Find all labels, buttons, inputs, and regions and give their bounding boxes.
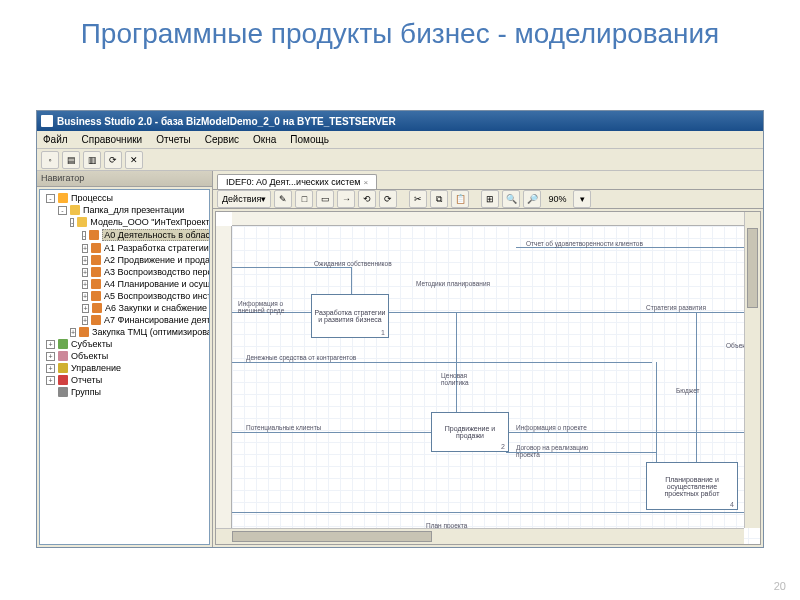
toggle-icon[interactable]: + xyxy=(46,352,55,361)
toolbar-button[interactable]: ▤ xyxy=(62,151,80,169)
scrollbar-vertical[interactable] xyxy=(744,212,760,528)
toggle-icon[interactable]: + xyxy=(46,376,55,385)
toolbar-button[interactable]: ◦ xyxy=(41,151,59,169)
arrow-label: Информация о проекте xyxy=(516,424,587,431)
arrow-label: Объек xyxy=(726,342,745,349)
activity-icon xyxy=(89,230,99,240)
navigator-header: Навигатор xyxy=(37,171,212,187)
toggle-icon[interactable]: - xyxy=(82,231,86,240)
diagram-box-3[interactable]: Планирование и осуществление проектных р… xyxy=(646,462,738,510)
toggle-icon[interactable]: - xyxy=(70,218,74,227)
process-icon xyxy=(58,193,68,203)
toolbar-button[interactable]: → xyxy=(337,190,355,208)
tree-item: +A4 Планирование и осуществл xyxy=(40,278,209,290)
tree-item: +Управление xyxy=(40,362,209,374)
tab-idef0[interactable]: IDEF0: A0 Деят...ических систем × xyxy=(217,174,377,189)
menu-help[interactable]: Помощь xyxy=(290,134,329,145)
tree-item: +A7 Финансирование деятельно xyxy=(40,314,209,326)
folder-icon xyxy=(70,205,80,215)
toggle-icon[interactable]: + xyxy=(82,316,88,325)
box-number: 2 xyxy=(501,443,505,450)
toolbar-button[interactable]: ⧉ xyxy=(430,190,448,208)
toggle-icon[interactable]: + xyxy=(46,340,55,349)
toggle-icon[interactable]: + xyxy=(82,280,88,289)
box-title: Разработка стратегии и развития бизнеса xyxy=(314,309,386,323)
arrow-label: Методики планирования xyxy=(416,280,490,287)
titlebar[interactable]: Business Studio 2.0 - база BizModelDemo_… xyxy=(37,111,763,131)
activity-icon xyxy=(91,291,101,301)
tree-item: -A0 Деятельность в области проек xyxy=(40,228,209,242)
document-toolbar: Действия ▾ ✎ □ ▭ → ⟲ ⟳ ✂ ⧉ 📋 ⊞ 🔍 🔎 90% ▾ xyxy=(213,189,763,209)
arrow-label: Бюджет xyxy=(676,387,700,394)
toolbar-button[interactable]: ⟳ xyxy=(104,151,122,169)
close-icon[interactable]: × xyxy=(364,178,369,187)
app-window: Business Studio 2.0 - база BizModelDemo_… xyxy=(36,110,764,548)
zoom-out-button[interactable]: 🔎 xyxy=(523,190,541,208)
toolbar-button[interactable]: ⟲ xyxy=(358,190,376,208)
box-title: Продвижение и продажи xyxy=(434,425,506,439)
toolbar-button[interactable]: ✕ xyxy=(125,151,143,169)
toolbar-button[interactable]: ✂ xyxy=(409,190,427,208)
folder-icon xyxy=(77,217,87,227)
arrow-label: Денежные средства от контрагентов xyxy=(246,354,356,361)
toolbar-button[interactable]: ▾ xyxy=(573,190,591,208)
toggle-icon[interactable]: + xyxy=(82,268,88,277)
zoom-value[interactable]: 90% xyxy=(544,194,570,204)
activity-icon xyxy=(91,279,101,289)
arrow-label: Потенциальные клиенты xyxy=(246,424,321,431)
window-title: Business Studio 2.0 - база BizModelDemo_… xyxy=(57,116,396,127)
toolbar-button[interactable]: ▥ xyxy=(83,151,101,169)
toggle-icon[interactable]: - xyxy=(46,194,55,203)
arrow-label: Стратегия развития xyxy=(646,304,706,311)
toggle-icon[interactable]: - xyxy=(58,206,67,215)
menu-service[interactable]: Сервис xyxy=(205,134,239,145)
ruler-vertical xyxy=(216,226,232,544)
toolbar-button[interactable]: 📋 xyxy=(451,190,469,208)
tab-label: IDEF0: A0 Деят...ических систем xyxy=(226,177,361,187)
toggle-icon[interactable]: + xyxy=(82,244,88,253)
toolbar-button[interactable]: ⟳ xyxy=(379,190,397,208)
toggle-icon[interactable]: + xyxy=(82,256,88,265)
menu-file[interactable]: Файл xyxy=(43,134,68,145)
diagram-box-2[interactable]: Продвижение и продажи 2 xyxy=(431,412,509,452)
menu-windows[interactable]: Окна xyxy=(253,134,276,145)
box-title: Планирование и осуществление проектных р… xyxy=(649,476,735,497)
diagram-canvas[interactable]: Разработка стратегии и развития бизнеса … xyxy=(215,211,761,545)
toggle-icon[interactable]: + xyxy=(70,328,76,337)
tree-item: -Процессы xyxy=(40,192,209,204)
diagram-box-1[interactable]: Разработка стратегии и развития бизнеса … xyxy=(311,294,389,338)
box-number: 1 xyxy=(381,329,385,336)
scrollbar-horizontal[interactable] xyxy=(216,528,744,544)
tree-item: +A6 Закупки и снабжение xyxy=(40,302,209,314)
toolbar-button[interactable]: ▭ xyxy=(316,190,334,208)
menu-directories[interactable]: Справочники xyxy=(82,134,143,145)
reports-icon xyxy=(58,375,68,385)
tree-item: +Объекты xyxy=(40,350,209,362)
slide-title: Программные продукты бизнес - моделирова… xyxy=(0,0,800,60)
management-icon xyxy=(58,363,68,373)
tree-item: -Папка_для презентации xyxy=(40,204,209,216)
zoom-in-button[interactable]: 🔍 xyxy=(502,190,520,208)
activity-icon xyxy=(91,255,101,265)
navigator-tree[interactable]: -Процессы -Папка_для презентации -Модель… xyxy=(39,189,210,545)
main-panel: IDEF0: A0 Деят...ических систем × Действ… xyxy=(213,171,763,547)
menu-reports[interactable]: Отчеты xyxy=(156,134,191,145)
activity-icon xyxy=(92,303,102,313)
toggle-icon[interactable]: + xyxy=(82,304,89,313)
actions-button[interactable]: Действия ▾ xyxy=(217,190,271,208)
tree-item: +A5 Воспроизводство инструме xyxy=(40,290,209,302)
toolbar-button[interactable]: □ xyxy=(295,190,313,208)
arrow-label: Информация о внешней среде xyxy=(238,300,306,314)
arrow-label: Ценовая политика xyxy=(441,372,491,386)
navigator-panel: Навигатор -Процессы -Папка_для презентац… xyxy=(37,171,213,547)
tree-item: +Закупка ТМЦ (оптимизированная) xyxy=(40,326,209,338)
arrow-label: Ожидания собственников xyxy=(314,260,392,267)
page-number: 20 xyxy=(774,580,786,592)
tabbar: IDEF0: A0 Деят...ических систем × xyxy=(213,171,763,189)
tree-item: +A1 Разработка стратегии и ра xyxy=(40,242,209,254)
toolbar-button[interactable]: ✎ xyxy=(274,190,292,208)
ruler-horizontal xyxy=(232,212,760,226)
toolbar-button[interactable]: ⊞ xyxy=(481,190,499,208)
toggle-icon[interactable]: + xyxy=(82,292,88,301)
toggle-icon[interactable]: + xyxy=(46,364,55,373)
